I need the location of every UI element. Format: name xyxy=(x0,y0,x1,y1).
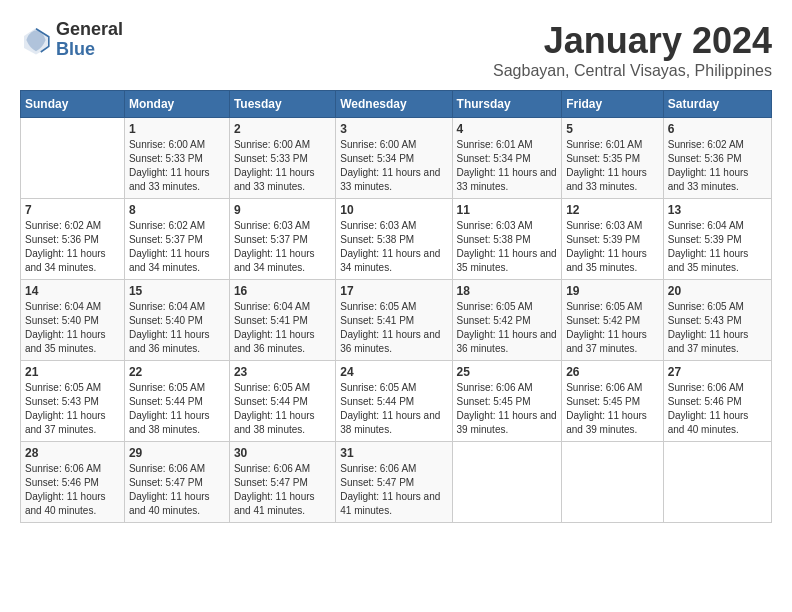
calendar-cell: 6 Sunrise: 6:02 AM Sunset: 5:36 PM Dayli… xyxy=(663,118,771,199)
page-header: General Blue January 2024 Sagbayan, Cent… xyxy=(20,20,772,80)
day-info: Sunrise: 6:04 AM Sunset: 5:39 PM Dayligh… xyxy=(668,219,767,275)
day-number: 28 xyxy=(25,446,120,460)
day-info: Sunrise: 6:03 AM Sunset: 5:37 PM Dayligh… xyxy=(234,219,331,275)
day-number: 16 xyxy=(234,284,331,298)
day-number: 24 xyxy=(340,365,447,379)
main-title: January 2024 xyxy=(493,20,772,62)
calendar-cell: 13 Sunrise: 6:04 AM Sunset: 5:39 PM Dayl… xyxy=(663,199,771,280)
calendar-cell: 8 Sunrise: 6:02 AM Sunset: 5:37 PM Dayli… xyxy=(124,199,229,280)
title-block: January 2024 Sagbayan, Central Visayas, … xyxy=(493,20,772,80)
day-info: Sunrise: 6:02 AM Sunset: 5:36 PM Dayligh… xyxy=(25,219,120,275)
logo-text: General Blue xyxy=(56,20,123,60)
day-info: Sunrise: 6:01 AM Sunset: 5:34 PM Dayligh… xyxy=(457,138,558,194)
calendar-table: SundayMondayTuesdayWednesdayThursdayFrid… xyxy=(20,90,772,523)
day-info: Sunrise: 6:06 AM Sunset: 5:47 PM Dayligh… xyxy=(234,462,331,518)
day-number: 15 xyxy=(129,284,225,298)
day-info: Sunrise: 6:05 AM Sunset: 5:44 PM Dayligh… xyxy=(234,381,331,437)
calendar-cell: 3 Sunrise: 6:00 AM Sunset: 5:34 PM Dayli… xyxy=(336,118,452,199)
calendar-cell: 19 Sunrise: 6:05 AM Sunset: 5:42 PM Dayl… xyxy=(562,280,664,361)
logo-icon xyxy=(20,24,52,56)
day-number: 7 xyxy=(25,203,120,217)
day-info: Sunrise: 6:05 AM Sunset: 5:42 PM Dayligh… xyxy=(457,300,558,356)
day-info: Sunrise: 6:05 AM Sunset: 5:41 PM Dayligh… xyxy=(340,300,447,356)
day-number: 3 xyxy=(340,122,447,136)
day-number: 31 xyxy=(340,446,447,460)
day-number: 20 xyxy=(668,284,767,298)
day-number: 21 xyxy=(25,365,120,379)
calendar-cell: 15 Sunrise: 6:04 AM Sunset: 5:40 PM Dayl… xyxy=(124,280,229,361)
logo: General Blue xyxy=(20,20,123,60)
day-info: Sunrise: 6:02 AM Sunset: 5:36 PM Dayligh… xyxy=(668,138,767,194)
day-info: Sunrise: 6:06 AM Sunset: 5:46 PM Dayligh… xyxy=(668,381,767,437)
weekday-header: Saturday xyxy=(663,91,771,118)
calendar-week-row: 21 Sunrise: 6:05 AM Sunset: 5:43 PM Dayl… xyxy=(21,361,772,442)
day-number: 11 xyxy=(457,203,558,217)
day-number: 19 xyxy=(566,284,659,298)
day-info: Sunrise: 6:05 AM Sunset: 5:44 PM Dayligh… xyxy=(340,381,447,437)
day-info: Sunrise: 6:05 AM Sunset: 5:43 PM Dayligh… xyxy=(668,300,767,356)
calendar-cell: 2 Sunrise: 6:00 AM Sunset: 5:33 PM Dayli… xyxy=(229,118,335,199)
weekday-header: Friday xyxy=(562,91,664,118)
header-row: SundayMondayTuesdayWednesdayThursdayFrid… xyxy=(21,91,772,118)
calendar-cell: 28 Sunrise: 6:06 AM Sunset: 5:46 PM Dayl… xyxy=(21,442,125,523)
day-info: Sunrise: 6:00 AM Sunset: 5:33 PM Dayligh… xyxy=(129,138,225,194)
calendar-cell: 4 Sunrise: 6:01 AM Sunset: 5:34 PM Dayli… xyxy=(452,118,562,199)
calendar-week-row: 7 Sunrise: 6:02 AM Sunset: 5:36 PM Dayli… xyxy=(21,199,772,280)
day-info: Sunrise: 6:04 AM Sunset: 5:41 PM Dayligh… xyxy=(234,300,331,356)
day-info: Sunrise: 6:05 AM Sunset: 5:42 PM Dayligh… xyxy=(566,300,659,356)
calendar-cell: 16 Sunrise: 6:04 AM Sunset: 5:41 PM Dayl… xyxy=(229,280,335,361)
day-info: Sunrise: 6:06 AM Sunset: 5:45 PM Dayligh… xyxy=(457,381,558,437)
day-info: Sunrise: 6:04 AM Sunset: 5:40 PM Dayligh… xyxy=(25,300,120,356)
calendar-week-row: 1 Sunrise: 6:00 AM Sunset: 5:33 PM Dayli… xyxy=(21,118,772,199)
day-number: 30 xyxy=(234,446,331,460)
day-number: 17 xyxy=(340,284,447,298)
day-number: 4 xyxy=(457,122,558,136)
day-info: Sunrise: 6:03 AM Sunset: 5:38 PM Dayligh… xyxy=(457,219,558,275)
calendar-cell: 27 Sunrise: 6:06 AM Sunset: 5:46 PM Dayl… xyxy=(663,361,771,442)
calendar-cell: 23 Sunrise: 6:05 AM Sunset: 5:44 PM Dayl… xyxy=(229,361,335,442)
day-number: 25 xyxy=(457,365,558,379)
calendar-cell: 26 Sunrise: 6:06 AM Sunset: 5:45 PM Dayl… xyxy=(562,361,664,442)
calendar-cell: 5 Sunrise: 6:01 AM Sunset: 5:35 PM Dayli… xyxy=(562,118,664,199)
calendar-cell xyxy=(21,118,125,199)
day-info: Sunrise: 6:03 AM Sunset: 5:38 PM Dayligh… xyxy=(340,219,447,275)
calendar-cell: 7 Sunrise: 6:02 AM Sunset: 5:36 PM Dayli… xyxy=(21,199,125,280)
day-info: Sunrise: 6:06 AM Sunset: 5:47 PM Dayligh… xyxy=(340,462,447,518)
calendar-cell xyxy=(562,442,664,523)
day-info: Sunrise: 6:06 AM Sunset: 5:45 PM Dayligh… xyxy=(566,381,659,437)
calendar-cell: 24 Sunrise: 6:05 AM Sunset: 5:44 PM Dayl… xyxy=(336,361,452,442)
weekday-header: Wednesday xyxy=(336,91,452,118)
logo-line1: General xyxy=(56,20,123,40)
calendar-cell: 18 Sunrise: 6:05 AM Sunset: 5:42 PM Dayl… xyxy=(452,280,562,361)
day-info: Sunrise: 6:02 AM Sunset: 5:37 PM Dayligh… xyxy=(129,219,225,275)
calendar-week-row: 14 Sunrise: 6:04 AM Sunset: 5:40 PM Dayl… xyxy=(21,280,772,361)
day-info: Sunrise: 6:06 AM Sunset: 5:46 PM Dayligh… xyxy=(25,462,120,518)
day-info: Sunrise: 6:03 AM Sunset: 5:39 PM Dayligh… xyxy=(566,219,659,275)
calendar-cell: 1 Sunrise: 6:00 AM Sunset: 5:33 PM Dayli… xyxy=(124,118,229,199)
calendar-body: 1 Sunrise: 6:00 AM Sunset: 5:33 PM Dayli… xyxy=(21,118,772,523)
day-info: Sunrise: 6:06 AM Sunset: 5:47 PM Dayligh… xyxy=(129,462,225,518)
calendar-cell: 11 Sunrise: 6:03 AM Sunset: 5:38 PM Dayl… xyxy=(452,199,562,280)
weekday-header: Tuesday xyxy=(229,91,335,118)
day-info: Sunrise: 6:05 AM Sunset: 5:44 PM Dayligh… xyxy=(129,381,225,437)
day-number: 10 xyxy=(340,203,447,217)
day-number: 2 xyxy=(234,122,331,136)
calendar-week-row: 28 Sunrise: 6:06 AM Sunset: 5:46 PM Dayl… xyxy=(21,442,772,523)
day-number: 1 xyxy=(129,122,225,136)
calendar-cell xyxy=(452,442,562,523)
weekday-header: Sunday xyxy=(21,91,125,118)
calendar-cell: 20 Sunrise: 6:05 AM Sunset: 5:43 PM Dayl… xyxy=(663,280,771,361)
day-info: Sunrise: 6:01 AM Sunset: 5:35 PM Dayligh… xyxy=(566,138,659,194)
day-number: 5 xyxy=(566,122,659,136)
day-info: Sunrise: 6:00 AM Sunset: 5:34 PM Dayligh… xyxy=(340,138,447,194)
calendar-cell: 31 Sunrise: 6:06 AM Sunset: 5:47 PM Dayl… xyxy=(336,442,452,523)
day-number: 6 xyxy=(668,122,767,136)
weekday-header: Monday xyxy=(124,91,229,118)
day-number: 29 xyxy=(129,446,225,460)
day-number: 18 xyxy=(457,284,558,298)
day-info: Sunrise: 6:05 AM Sunset: 5:43 PM Dayligh… xyxy=(25,381,120,437)
day-number: 14 xyxy=(25,284,120,298)
calendar-cell: 21 Sunrise: 6:05 AM Sunset: 5:43 PM Dayl… xyxy=(21,361,125,442)
calendar-cell: 22 Sunrise: 6:05 AM Sunset: 5:44 PM Dayl… xyxy=(124,361,229,442)
calendar-cell: 25 Sunrise: 6:06 AM Sunset: 5:45 PM Dayl… xyxy=(452,361,562,442)
